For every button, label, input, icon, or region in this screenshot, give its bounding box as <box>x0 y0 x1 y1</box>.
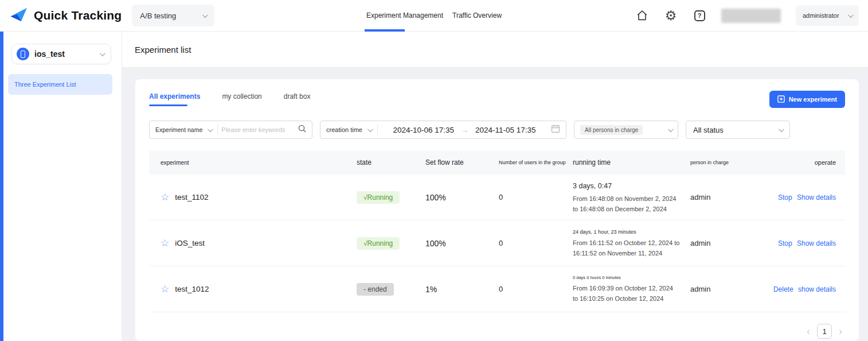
show-details-link[interactable]: Show details <box>797 193 836 202</box>
favorite-star-icon[interactable]: ☆ <box>161 284 169 294</box>
page-title: Experiment list <box>122 32 868 68</box>
person-in-charge: admin <box>683 193 769 202</box>
filter-bar: Experiment name <box>149 121 845 139</box>
status-badge: - ended <box>357 283 394 296</box>
name-filter-group: Experiment name <box>149 121 312 139</box>
card-tabs: All experiments my collection draft box <box>149 92 310 106</box>
running-time: 0 days 0 hours 0 minutes From 16:09:39 o… <box>566 274 683 304</box>
workspace-selector[interactable]: A/B testing <box>132 5 214 26</box>
col-flow-rate: Set flow rate <box>414 158 488 166</box>
keywords-input[interactable] <box>218 126 298 133</box>
page-number[interactable]: 1 <box>817 324 832 339</box>
brand-logo-icon <box>8 5 29 26</box>
period-to: to 16:10:25 on October 12, 2024 <box>573 293 683 304</box>
flow-rate-value: 100% <box>414 193 488 202</box>
status-filter-label: All status <box>693 126 724 134</box>
tab-my-collection[interactable]: my collection <box>222 92 261 106</box>
date-range: 2024-10-06 17:35 → 2024-11-05 17:35 <box>378 126 551 134</box>
tab-my-collection-label: my collection <box>222 92 261 100</box>
delete-link[interactable]: Delete <box>773 285 793 293</box>
settings-gear-icon[interactable]: ⚙ <box>664 9 678 22</box>
duration: 24 days, 1 hour, 23 minutes <box>573 228 683 237</box>
flow-rate-value: 100% <box>414 239 488 248</box>
new-experiment-label: New experiment <box>789 96 837 103</box>
time-field-selector[interactable]: creation time <box>320 126 377 133</box>
chevron-down-icon <box>202 12 208 18</box>
chevron-down-icon <box>100 51 105 56</box>
status-filter[interactable]: All status <box>686 121 790 139</box>
arrow-right-icon: → <box>461 126 468 134</box>
home-icon[interactable] <box>635 9 649 22</box>
header-right: ⚙ ? administrator <box>635 5 859 26</box>
app-selector[interactable]: ios_test <box>11 44 111 64</box>
body: ios_test Three Experiment List Experimen… <box>0 32 868 341</box>
help-icon[interactable]: ? <box>693 9 706 22</box>
sidebar: ios_test Three Experiment List <box>0 32 122 341</box>
name-field-selector[interactable]: Experiment name <box>150 126 217 133</box>
search-icon[interactable] <box>298 124 307 135</box>
row-actions: Stop Show details <box>769 239 845 247</box>
tab-draft-box[interactable]: draft box <box>284 92 311 106</box>
nav-traffic-overview-label: Traffic Overview <box>452 11 502 20</box>
experiment-name[interactable]: test_1102 <box>175 193 208 202</box>
favorite-star-icon[interactable]: ☆ <box>161 238 169 248</box>
main: Experiment list All experiments my colle… <box>122 32 868 341</box>
stop-link[interactable]: Stop <box>778 239 792 247</box>
screen: Quick Tracking A/B testing Experiment Ma… <box>0 0 868 341</box>
workspace-selector-label: A/B testing <box>140 11 176 20</box>
period-from: From 16:48:08 on November 2, 2024 <box>573 193 683 204</box>
time-filter-group: creation time 2024-10-06 17:35 → 2024-11… <box>320 121 566 139</box>
period-to: to 16:48:08 on December 2, 2024 <box>573 204 683 214</box>
role-label: administrator <box>803 12 839 19</box>
pagination: ‹ 1 › <box>149 324 845 339</box>
experiment-table: experiment state Set flow rate Number of… <box>149 150 845 312</box>
running-time: 24 days, 1 hour, 23 minutes From 16:11:5… <box>566 228 683 258</box>
col-operate: operate <box>769 159 845 166</box>
date-from-value[interactable]: 2024-10-06 17:35 <box>393 126 454 134</box>
top-header: Quick Tracking A/B testing Experiment Ma… <box>0 0 868 32</box>
table-header: experiment state Set flow rate Number of… <box>149 150 845 175</box>
experiment-name[interactable]: iOS_test <box>175 239 205 247</box>
col-state: state <box>345 158 414 166</box>
favorite-star-icon[interactable]: ☆ <box>161 192 169 202</box>
user-name-redacted <box>721 9 781 23</box>
running-time: 3 days, 0:47 From 16:48:08 on November 2… <box>566 180 683 214</box>
show-details-link[interactable]: Show details <box>797 239 836 247</box>
chevron-down-icon <box>367 126 373 132</box>
users-count: 0 <box>488 193 566 202</box>
sidebar-item-experiment-list[interactable]: Three Experiment List <box>8 74 112 95</box>
tab-all-experiments[interactable]: All experiments <box>149 92 200 106</box>
table-row: ☆ test_1102 √Running 100% 0 3 days, 0:47… <box>149 175 845 220</box>
new-experiment-button[interactable]: New experiment <box>769 91 845 108</box>
status-badge: √Running <box>357 237 400 250</box>
experiment-name[interactable]: test_1012 <box>175 285 209 293</box>
experiment-card: All experiments my collection draft box <box>135 79 859 341</box>
nav-experiment-management[interactable]: Experiment Management <box>365 0 445 32</box>
col-running-time: running time <box>566 158 683 166</box>
role-selector[interactable]: administrator <box>796 5 859 26</box>
name-field-selector-label: Experiment name <box>155 126 202 133</box>
persons-filter-tag: All persons in charge <box>580 125 643 135</box>
table-row: ☆ test_1012 - ended 1% 0 0 days 0 hours … <box>149 266 845 312</box>
col-experiment: experiment <box>149 160 345 166</box>
show-details-link[interactable]: show details <box>798 285 836 293</box>
mobile-app-icon <box>17 48 29 60</box>
duration: 3 days, 0:47 <box>573 180 683 192</box>
stop-link[interactable]: Stop <box>778 193 792 202</box>
persons-filter[interactable]: All persons in charge <box>574 121 678 139</box>
tab-all-experiments-label: All experiments <box>149 92 200 100</box>
person-in-charge: admin <box>683 239 769 247</box>
nav-traffic-overview[interactable]: Traffic Overview <box>451 0 503 32</box>
new-experiment-icon <box>777 95 785 104</box>
calendar-icon[interactable] <box>551 124 560 135</box>
app-name: ios_test <box>34 49 65 59</box>
prev-page-icon[interactable]: ‹ <box>805 326 812 336</box>
users-count: 0 <box>488 285 566 293</box>
nav-experiment-management-label: Experiment Management <box>366 11 443 20</box>
period-from: From 16:11:52 on October 12, 2024 to <box>573 238 683 248</box>
row-actions: Stop Show details <box>769 193 845 202</box>
date-to-value[interactable]: 2024-11-05 17:35 <box>475 126 536 134</box>
next-page-icon[interactable]: › <box>837 326 844 336</box>
period-from: From 16:09:39 on October 12, 2024 <box>573 283 683 293</box>
sidebar-item-label: Three Experiment List <box>14 81 76 88</box>
